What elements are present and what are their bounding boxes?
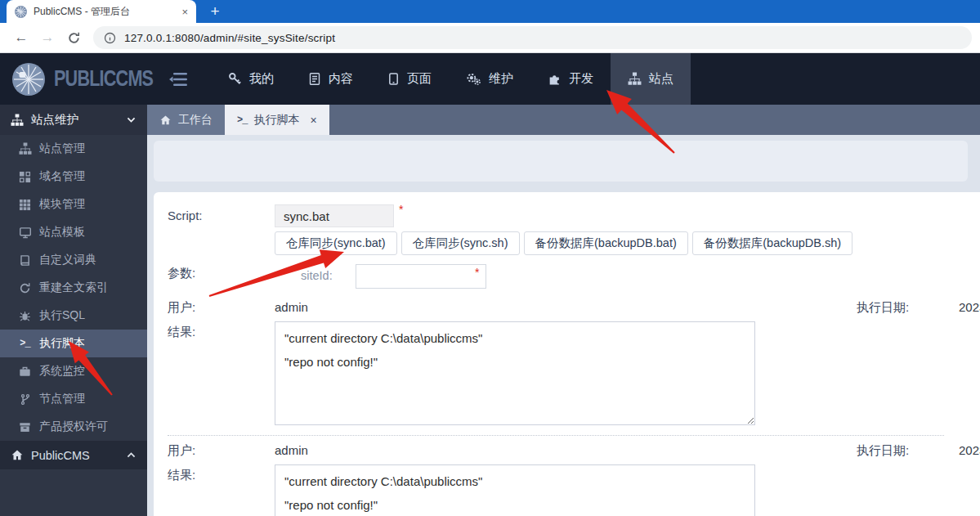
info-icon[interactable] [104,32,116,44]
refresh-icon [18,282,32,294]
script-preset-buttons: 仓库同步(sync.bat) 仓库同步(sync.sh) 备份数据库(backu… [275,231,852,255]
bug-icon [18,310,32,322]
user-label: 用户: [168,443,195,459]
required-mark: * [475,266,479,279]
exec-date-value: 2023 [959,443,980,457]
exec-date-label: 执行日期: [857,443,909,459]
sync-bat-button[interactable]: 仓库同步(sync.bat) [275,231,397,255]
new-tab-button[interactable]: + [204,2,226,21]
document-icon [308,72,321,86]
forward-icon[interactable]: → [34,26,60,49]
qrcode-icon [18,171,32,183]
nav-item-page[interactable]: 页面 [370,53,449,105]
sidebar-item-license[interactable]: 产品授权许可 [0,413,147,441]
sidebar-item-system-monitor[interactable]: 系统监控 [0,357,147,385]
browser-addressbar: ← → 127.0.0.1:8080/admin/#site_sysSite/s… [0,23,980,53]
nav-item-maintenance[interactable]: 维护 [449,53,530,105]
url-text: 127.0.0.1:8080/admin/#site_sysSite/scrip… [124,32,335,44]
browser-tab-title: PublicCMS - 管理后台 [34,5,175,19]
backupdb-sh-button[interactable]: 备份数据库(backupDB.sh) [692,231,852,255]
tab-label: 执行脚本 [253,113,299,128]
nav-item-mine[interactable]: 我的 [211,53,291,105]
tab-execute-script[interactable]: >_ 执行脚本 × [225,105,329,135]
nav-label: 开发 [569,71,593,87]
nav-label: 站点 [649,71,673,87]
home-icon [11,449,24,461]
app-header: PUBLICCMS 我的 内容 页面 维护 开发 [0,53,980,105]
book-icon [18,254,32,267]
sidebar-item-site-management[interactable]: 站点管理 [0,135,147,163]
sidebar-item-domain-management[interactable]: 域名管理 [0,163,147,191]
sidebar-item-label: 域名管理 [39,169,85,184]
required-mark: * [399,203,403,216]
backupdb-bat-button[interactable]: 备份数据库(backupDB.bat) [524,231,688,255]
nav-label: 我的 [249,71,274,87]
result-textarea[interactable]: "current directory C:\data\publiccms" "r… [275,321,755,425]
toolbar-panel [154,141,968,182]
sidebar-item-label: 站点模板 [39,225,85,240]
exec-date-label: 执行日期: [857,300,909,316]
form-panel: Script: * 仓库同步(sync.bat) 仓库同步(sync.sh) 备… [154,192,980,516]
sidebar-toggle-icon[interactable] [155,72,201,87]
user-value: admin [275,443,308,457]
puzzle-icon [548,72,562,86]
tab-close-icon[interactable]: × [181,7,188,17]
sidebar-section-title: PublicCMS [31,449,90,462]
sidebar-item-site-template[interactable]: 站点模板 [0,218,147,246]
sidebar-item-label: 执行SQL [39,308,85,323]
browser-titlebar: PublicCMS - 管理后台 × + [0,0,980,23]
user-value: admin [275,300,308,314]
sidebar-item-custom-dictionary[interactable]: 自定义词典 [0,246,147,274]
sidebar-item-rebuild-index[interactable]: 重建全文索引 [0,274,147,302]
tab-workbench[interactable]: 工作台 [147,105,225,135]
sidebar-item-label: 节点管理 [39,392,85,406]
top-nav: 我的 内容 页面 维护 开发 站点 [211,53,691,105]
main-content: Script: * 仓库同步(sync.bat) 仓库同步(sync.sh) 备… [147,135,980,516]
sitemap-icon [11,114,24,127]
terminal-icon: >_ [237,114,247,126]
siteid-label: siteId: [301,269,333,282]
url-field[interactable]: 127.0.0.1:8080/admin/#site_sysSite/scrip… [93,26,972,49]
sidebar-section-publiccms[interactable]: PublicCMS [0,441,147,469]
nav-item-site[interactable]: 站点 [611,53,691,105]
browser-tab[interactable]: PublicCMS - 管理后台 × [7,0,196,23]
archive-box-icon [18,421,32,433]
exec-date-value: 2023 [959,300,980,314]
params-label: 参数: [168,266,195,281]
siteid-input[interactable] [356,264,486,289]
sidebar-item-execute-script[interactable]: >_ 执行脚本 [0,330,147,357]
app-logo[interactable]: PUBLICCMS [0,63,155,96]
divider [168,435,944,436]
nav-item-content[interactable]: 内容 [291,53,370,105]
tab-close-icon[interactable]: × [310,114,316,127]
sidebar-item-execute-sql[interactable]: 执行SQL [0,302,147,330]
briefcase-icon [18,366,32,378]
sidebar-section-site-maintenance[interactable]: 站点维护 [0,105,147,135]
result-label: 结果: [168,325,195,340]
script-input[interactable] [275,204,394,227]
nav-item-develop[interactable]: 开发 [530,53,611,105]
reload-icon[interactable] [60,26,87,49]
sitemap-icon [18,142,32,155]
result-label: 结果: [168,468,195,483]
tablet-icon [387,72,400,86]
sitemap-icon [628,72,642,86]
gears-icon [466,72,481,86]
terminal-icon: >_ [18,338,32,349]
back-icon[interactable]: ← [8,26,34,49]
home-icon [159,114,172,126]
logo-wordmark: PUBLICCMS [54,65,153,92]
sidebar-item-label: 重建全文索引 [39,280,108,295]
nav-label: 内容 [329,71,353,87]
sidebar-item-label: 系统监控 [39,364,85,379]
favicon-globe-icon [15,6,27,18]
sidebar-item-label: 自定义词典 [39,253,96,267]
sidebar-item-node-management[interactable]: 节点管理 [0,385,147,413]
sync-sh-button[interactable]: 仓库同步(sync.sh) [401,231,520,255]
result-textarea[interactable]: "current directory C:\data\publiccms" "r… [275,464,755,516]
workspace-tabstrip: 工作台 >_ 执行脚本 × [147,105,980,135]
grid-icon [18,199,32,211]
screen: PublicCMS - 管理后台 × + ← → 127.0.0.1:8080/… [0,0,980,516]
sidebar-item-module-management[interactable]: 模块管理 [0,191,147,218]
sidebar-item-label: 站点管理 [39,141,85,156]
